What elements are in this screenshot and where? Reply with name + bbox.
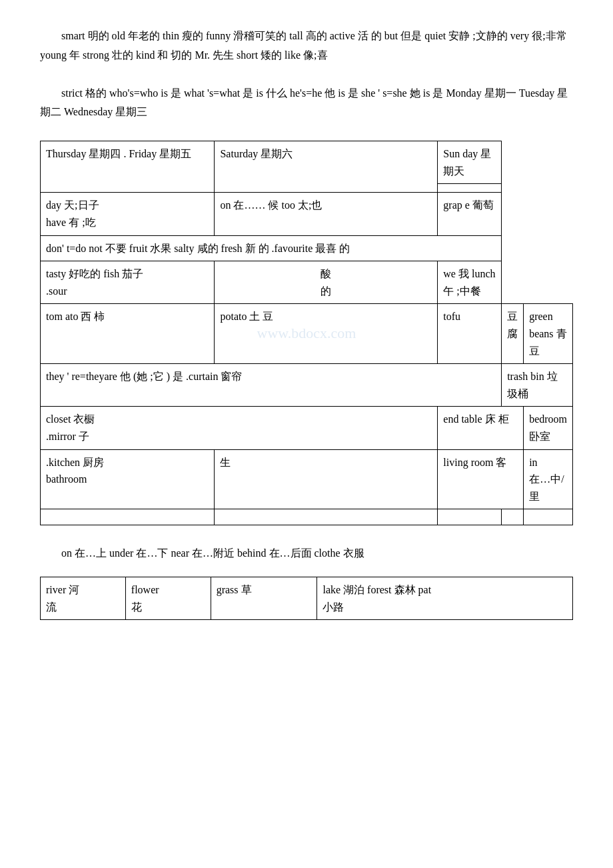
table1-container: www.bdocx.com Thursday 星期四 . Friday 星期五 …: [40, 141, 573, 525]
table-cell: .kitchen 厨房bathroom: [41, 449, 215, 509]
table-row: Thursday 星期四 . Friday 星期五 Saturday 星期六 S…: [41, 141, 573, 184]
table-row: [41, 509, 573, 525]
table-cell: green beans 青豆: [524, 304, 573, 364]
table-cell: [41, 509, 215, 525]
table-row: don' t=do not 不要 fruit 水果 salty 咸的 fresh…: [41, 235, 573, 261]
table-cell: tasty 好吃的 fish 茄子.sour: [41, 261, 215, 304]
table-cell: river 河流: [41, 577, 126, 620]
table-cell: grap e 葡萄: [438, 193, 502, 235]
table-cell: flower花: [125, 577, 211, 620]
table-cell: don' t=do not 不要 fruit 水果 salty 咸的 fresh…: [41, 235, 502, 261]
table-cell: end table 床 柜: [438, 407, 524, 449]
table-cell: trash bin 垃圾桶: [502, 364, 573, 407]
between-text: on 在…上 under 在…下 near 在…附近 behind 在…后面 c…: [40, 544, 573, 563]
table-cell: grass 草: [211, 577, 317, 620]
table-cell: 生: [215, 449, 438, 509]
table-cell: we 我 lunch 午 ;中餐: [438, 261, 502, 304]
table-cell: [438, 509, 502, 525]
table-row: .kitchen 厨房bathroom 生 living room 客 in在……: [41, 449, 573, 509]
table-cell: on 在…… 候 too 太;也: [215, 193, 438, 235]
table-cell: Saturday 星期六: [215, 141, 438, 193]
table-cell: tofu: [438, 304, 502, 364]
table-row: day 天;日子have 有 ;吃 on 在…… 候 too 太;也 grap …: [41, 193, 573, 235]
table-cell: 酸的: [215, 261, 438, 304]
paragraph-1: smart 明的 old 年老的 thin 瘦的 funny 滑稽可笑的 tal…: [40, 27, 573, 65]
table-cell: [438, 184, 502, 193]
table-cell: 豆腐: [502, 304, 524, 364]
table-row: they ' re=theyare 他 (她 ;它 ) 是 .curtain 窗…: [41, 364, 573, 407]
table-cell: closet 衣橱.mirror 子: [41, 407, 438, 449]
table-cell: [524, 509, 573, 525]
table-cell: [215, 509, 438, 525]
table-row: tom ato 西 柿 potato 土 豆 tofu 豆腐 green bea…: [41, 304, 573, 364]
table-cell: living room 客: [438, 449, 524, 509]
table-cell: Sun day 星期天: [438, 141, 502, 184]
table-cell: lake 湖泊 forest 森林 pat小路: [317, 577, 573, 620]
vocabulary-table-1: Thursday 星期四 . Friday 星期五 Saturday 星期六 S…: [40, 141, 573, 525]
table-cell: day 天;日子have 有 ;吃: [41, 193, 215, 235]
table-row: closet 衣橱.mirror 子 end table 床 柜 bedroom…: [41, 407, 573, 449]
table-cell: in在…中/里: [524, 449, 573, 509]
table-cell: they ' re=theyare 他 (她 ;它 ) 是 .curtain 窗…: [41, 364, 502, 407]
table-cell: tom ato 西 柿: [41, 304, 215, 364]
table-row: river 河流 flower花 grass 草 lake 湖泊 forest …: [41, 577, 573, 620]
table-cell: [502, 509, 524, 525]
table-row: tasty 好吃的 fish 茄子.sour 酸的 we 我 lunch 午 ;…: [41, 261, 573, 304]
table-cell: potato 土 豆: [215, 304, 438, 364]
table-cell: Thursday 星期四 . Friday 星期五: [41, 141, 215, 193]
paragraph-2: strict 格的 who's=who is 是 what 's=what 是 …: [40, 84, 573, 123]
table-cell: bedroom 卧室: [524, 407, 573, 449]
vocabulary-table-2: river 河流 flower花 grass 草 lake 湖泊 forest …: [40, 577, 573, 620]
